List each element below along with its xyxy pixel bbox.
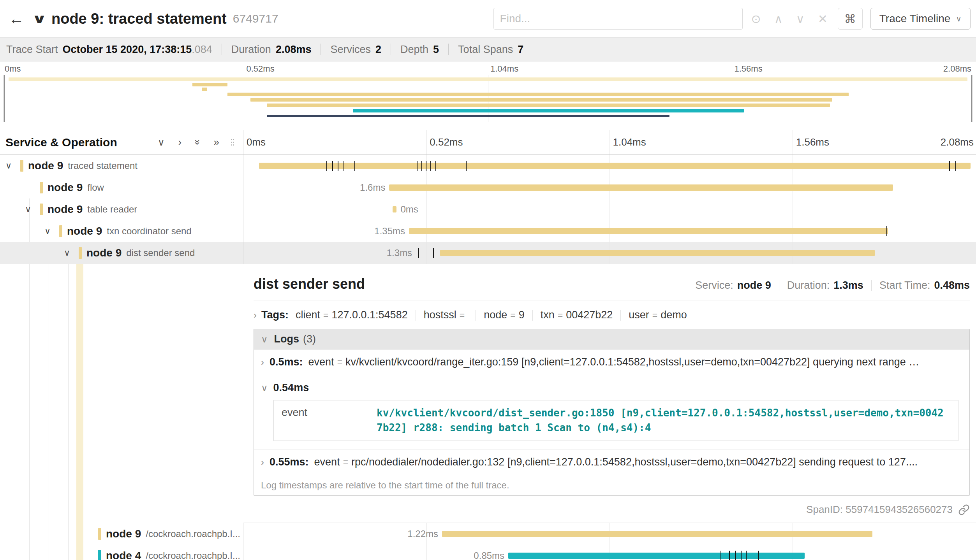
logs-section-header[interactable]: ∨ Logs (3) (254, 329, 969, 349)
header: ← ∨ node 9: traced statement 6749717 ⊙ ∧… (0, 0, 976, 37)
keyboard-shortcuts-button[interactable]: ⌘ (838, 8, 863, 30)
span-bar[interactable] (442, 531, 872, 537)
page-title: node 9: traced statement (51, 11, 227, 27)
service-name: node 9 (48, 181, 83, 194)
collapse-all-icon[interactable]: » (192, 139, 204, 145)
minimap-canvas[interactable] (4, 75, 972, 122)
service-color-chip (98, 528, 101, 540)
span-timeline-cell: 0.85ms (243, 545, 976, 560)
collapse-one-icon[interactable]: ∨ (157, 136, 165, 148)
log-marker-tick (886, 226, 887, 236)
operation-name: traced statement (68, 160, 137, 171)
span-bar[interactable] (440, 250, 875, 256)
divider (620, 310, 621, 321)
service-name: node 9 (67, 225, 102, 237)
minimap-span-bar (202, 88, 207, 91)
column-resizer-grip[interactable] (231, 139, 232, 140)
tags-label: Tags: (261, 309, 289, 321)
chevron-down-icon[interactable]: ∨ (44, 226, 59, 236)
span-bar[interactable] (259, 163, 971, 169)
log-entry: › 0.55ms: event = rpc/nodedialer/nodedia… (254, 449, 969, 475)
meta-label: Start Time: (879, 279, 930, 291)
span-row-name: ∨node 9txn coordinator send (0, 220, 243, 242)
span-timeline-cell: 1.6ms (243, 177, 976, 198)
tag-item: txn=00427b22 (541, 309, 613, 321)
log-marker-tick (729, 551, 730, 560)
log-timestamp: 0.54ms (273, 382, 309, 394)
prev-match-icon[interactable]: ∧ (774, 12, 783, 26)
log-entry-toggle[interactable]: › 0.5ms: event = kv/kvclient/kvcoord/ran… (261, 356, 962, 368)
service-color-chip (98, 550, 101, 560)
service-name: node 9 (86, 247, 122, 259)
summary-value: October 15 2020, 17:38:15 (63, 44, 192, 56)
minimap-span-bar (353, 109, 744, 112)
divider (532, 310, 533, 321)
divider (416, 310, 416, 321)
collapse-controls: ∨ › » » (157, 136, 219, 148)
log-entry: › 0.5ms: event = kv/kvclient/kvcoord/ran… (254, 349, 969, 375)
log-entry-toggle[interactable]: ∨ 0.54ms (261, 382, 962, 394)
link-icon[interactable] (958, 504, 970, 516)
span-row[interactable]: ∨node 9dist sender send1.3ms (0, 242, 976, 264)
meta-value: 1.3ms (833, 279, 863, 291)
minimap-tick-label: 2.08ms (943, 64, 971, 74)
log-marker-tick (354, 161, 355, 171)
span-row[interactable]: node 9flow1.6ms (0, 177, 976, 198)
span-row[interactable]: ∨node 9traced statement (0, 155, 976, 177)
chevron-down-icon: ∨ (261, 334, 268, 345)
log-field-key: event (314, 456, 340, 468)
service-name: node 9 (106, 528, 141, 540)
span-id-text: SpanID: 5597415943526560273 (806, 504, 953, 516)
span-row[interactable]: node 9/cockroach.roachpb.I...1.22ms (0, 523, 976, 545)
span-bar[interactable] (393, 206, 397, 212)
expand-one-icon[interactable]: › (178, 136, 181, 148)
chevron-down-icon[interactable]: ∨ (5, 161, 20, 171)
span-bar[interactable] (508, 553, 805, 559)
log-entry-expanded: ∨ 0.54ms event kv/kvclient/kvcoord/dist_… (254, 375, 969, 449)
chevron-down-icon[interactable]: ∨ (25, 204, 40, 214)
view-selector-button[interactable]: Trace Timeline ∨ (870, 8, 971, 30)
span-row-name: node 4/cockroach.roachpb.I... (0, 545, 243, 560)
timeline-ruler: 0ms 0.52ms 1.04ms 1.56ms 2.08ms (243, 130, 976, 154)
chevron-down-icon[interactable]: ∨ (64, 248, 79, 258)
span-timeline-cell (243, 155, 976, 177)
tags-row[interactable]: › Tags: client=127.0.0.1:54582 hostssl= … (254, 309, 970, 321)
span-row[interactable]: ∨node 9table reader0ms (0, 198, 976, 220)
logs-count: (3) (303, 333, 316, 345)
minimap-left-scrubber[interactable] (4, 75, 5, 122)
log-timestamp: 0.5ms: (270, 356, 303, 368)
span-row[interactable]: node 4/cockroach.roachpb.I...0.85ms (0, 545, 976, 560)
back-button[interactable]: ← (5, 8, 27, 30)
find-input[interactable] (493, 8, 743, 30)
next-match-icon[interactable]: ∨ (796, 12, 805, 26)
meta-value: 0.48ms (934, 279, 970, 291)
expand-all-icon[interactable]: » (214, 136, 219, 148)
span-bar[interactable] (409, 228, 888, 234)
log-entry-toggle[interactable]: › 0.55ms: event = rpc/nodedialer/nodedia… (261, 456, 962, 468)
log-timestamp: 0.55ms: (270, 456, 309, 468)
log-marker-tick (758, 551, 759, 560)
minimap-tick-label: 0.52ms (247, 64, 275, 74)
summary-label: Trace Start (6, 44, 58, 56)
ruler-label: 1.04ms (613, 136, 646, 148)
span-timeline-cell: 1.22ms (243, 523, 976, 545)
span-rows-area: ∨node 9traced statementnode 9flow1.6ms∨n… (0, 155, 976, 560)
divider (448, 44, 449, 55)
minimap-time-labels: 0ms 0.52ms 1.04ms 1.56ms 2.08ms (0, 61, 976, 75)
span-detail-header: dist sender send Service: node 9 Duratio… (254, 276, 970, 300)
clear-search-icon[interactable]: ✕ (818, 12, 828, 26)
locate-icon[interactable]: ⊙ (751, 12, 761, 26)
span-bar[interactable] (389, 184, 893, 191)
divider (391, 44, 391, 55)
minimap-span-bars (4, 75, 972, 122)
summary-value: 2.08ms (276, 44, 312, 56)
tag-item: client=127.0.0.1:54582 (296, 309, 408, 321)
log-marker-tick (435, 161, 436, 171)
log-fields-table: event kv/kvclient/kvcoord/dist_sender.go… (273, 400, 958, 441)
span-rows-bottom: node 9/cockroach.roachpb.I...1.22msnode … (0, 523, 976, 560)
trace-collapse-chevron-icon[interactable]: ∨ (32, 11, 47, 26)
service-operation-title: Service & Operation (5, 136, 117, 149)
minimap-right-scrubber[interactable] (971, 75, 972, 122)
span-row[interactable]: ∨node 9txn coordinator send1.35ms (0, 220, 976, 242)
chevron-right-icon: › (261, 357, 264, 368)
